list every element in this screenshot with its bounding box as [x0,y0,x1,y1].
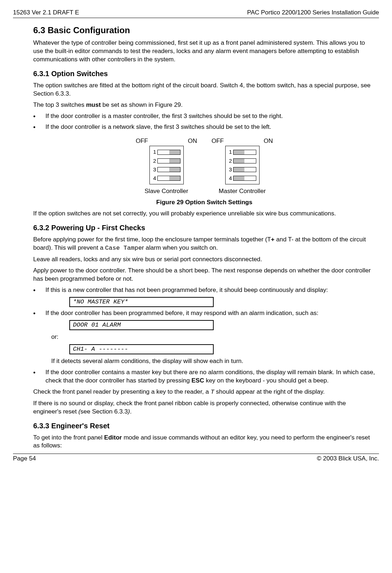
switch-master: OFF ON 1 2 3 4 Master Controller [212,137,273,196]
dip-switch-box: 1 2 3 4 [225,146,260,184]
para-631-2: The top 3 switches must be set as shown … [33,101,375,109]
switch-knob [234,159,244,163]
footer-rule [13,454,379,454]
figure-29-caption: Figure 29 Option Switch Settings [33,198,375,207]
list-632-a: •If this is a new controller that has no… [33,286,375,295]
bullet-icon: • [33,368,45,385]
list-632-b: •If the door controller has been program… [33,309,375,318]
heading-6-3: 6.3 Basic Configuration [33,25,375,36]
caption-slave: Slave Controller [145,187,188,196]
page-content: 6.3 Basic Configuration Whatever the typ… [33,25,375,450]
para-6-3-intro: Whatever the type of controller being co… [33,39,375,64]
dip-switch-box: 1 2 3 4 [149,146,184,184]
list-631: •If the door controller is a master cont… [33,112,375,132]
footer-left: Page 54 [13,455,36,463]
list-item: •If this is a new controller that has no… [33,286,375,295]
bullet-icon: • [33,123,45,132]
lcd-display-2: DOOR 01 ALARM [69,320,214,330]
heading-6-3-2: 6.3.2 Powering Up - First Checks [33,223,375,233]
switch-knob [234,176,244,180]
header-right: PAC Portico 2200/1200 Series Installatio… [247,9,379,17]
caption-master: Master Controller [219,187,266,196]
heading-6-3-3: 6.3.3 Engineer's Reset [33,421,375,431]
label-off: OFF [212,137,224,145]
para-632-2: Leave all readers, locks and any six wir… [33,255,375,264]
bullet-icon: • [33,286,45,295]
list-item: • If the door controller contains a mast… [33,368,375,385]
switch-knob [169,176,180,180]
para-632-4: Check the front panel reader by presenti… [33,388,375,397]
switch-knob [169,150,180,154]
list-632-c: • If the door controller contains a mast… [33,368,375,385]
para-632-3: Apply power to the door controller. Ther… [33,267,375,283]
para-631-3: If the option switches are not set corre… [33,210,375,218]
footer-right: © 2003 Blick USA, Inc. [317,455,379,463]
bullet-icon: • [33,309,45,318]
label-off: OFF [136,137,148,145]
header-left: 15263 Ver 2.1 DRAFT E [13,9,79,17]
para-631-1: The option switches are fitted at the bo… [33,82,375,98]
switch-knob [234,167,244,172]
label-on: ON [264,137,273,145]
list-item: •If the door controller is a master cont… [33,112,375,121]
heading-6-3-1: 6.3.1 Option Switches [33,69,375,79]
page-footer: Page 54 © 2003 Blick USA, Inc. [13,455,379,463]
label-on: ON [188,137,197,145]
para-633-1: To get into the front panel Editor mode … [33,434,375,450]
or-text: or: [51,333,375,341]
switch-knob [234,150,244,154]
para-632-1: Before applying power for the first time… [33,236,375,253]
header-rule [13,18,379,18]
switch-slave: OFF ON 1 2 3 4 Slave Controller [136,137,197,196]
switch-knob [169,167,180,172]
list-item: •If the door controller has been program… [33,309,375,318]
switch-knob [169,159,180,163]
lcd-display-3: CH1- A -------- [69,344,214,354]
page-header: 15263 Ver 2.1 DRAFT E PAC Portico 2200/1… [13,9,379,17]
list-item: •If the door controller is a network sla… [33,123,375,132]
para-632-5: If there is no sound or display, check t… [33,399,375,416]
lcd-display-1: *NO MASTER KEY* [69,297,214,307]
figure-29: OFF ON 1 2 3 4 Slave Controller OFF ON 1… [33,137,375,196]
para-632-detect: If it detects several alarm conditions, … [51,357,375,366]
bullet-icon: • [33,112,45,121]
